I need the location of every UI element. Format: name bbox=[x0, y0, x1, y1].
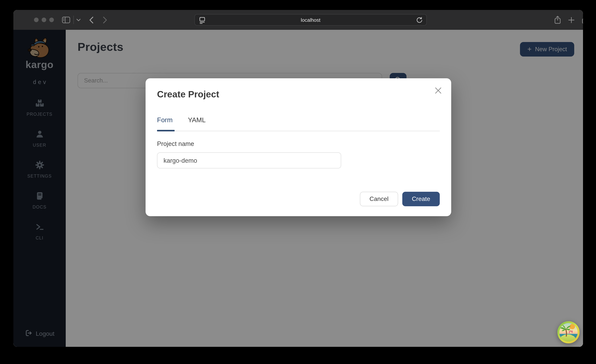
address-bar[interactable]: localhost bbox=[194, 14, 427, 26]
cancel-button[interactable]: Cancel bbox=[360, 192, 398, 206]
window-minimize-button[interactable] bbox=[42, 18, 46, 22]
window-zoom-button[interactable] bbox=[49, 18, 54, 22]
desert-island-icon bbox=[557, 321, 580, 343]
window-close-button[interactable] bbox=[34, 18, 39, 22]
forward-button-icon[interactable] bbox=[101, 10, 109, 30]
reload-icon[interactable] bbox=[416, 17, 423, 25]
island-badge[interactable] bbox=[557, 321, 580, 343]
browser-window: localhost bbox=[13, 10, 583, 347]
sidebar-toggle-icon[interactable] bbox=[61, 10, 71, 30]
chevron-down-icon[interactable] bbox=[75, 10, 81, 30]
tab-yaml[interactable]: YAML bbox=[188, 116, 206, 124]
browser-titlebar: localhost bbox=[13, 10, 583, 30]
create-button[interactable]: Create bbox=[402, 192, 440, 206]
tabs-divider bbox=[157, 131, 440, 131]
create-project-modal: Create Project Form YAML Project name Ca… bbox=[146, 78, 451, 216]
tab-form[interactable]: Form bbox=[157, 116, 173, 124]
reader-view-icon[interactable] bbox=[199, 17, 206, 26]
active-tab-indicator bbox=[157, 130, 175, 131]
modal-footer: Cancel Create bbox=[360, 192, 440, 206]
modal-tabs: Form YAML bbox=[157, 116, 206, 124]
screen: localhost bbox=[0, 0, 596, 364]
back-button-icon[interactable] bbox=[88, 10, 95, 30]
tab-overview-icon[interactable] bbox=[581, 10, 583, 30]
toolbar-separator bbox=[73, 16, 74, 24]
project-name-input[interactable] bbox=[157, 152, 341, 168]
address-url[interactable]: localhost bbox=[301, 17, 320, 23]
share-icon[interactable] bbox=[553, 10, 562, 30]
close-icon[interactable] bbox=[434, 87, 442, 94]
modal-title: Create Project bbox=[157, 89, 219, 100]
new-tab-icon[interactable] bbox=[567, 10, 575, 30]
project-name-label: Project name bbox=[157, 140, 194, 148]
